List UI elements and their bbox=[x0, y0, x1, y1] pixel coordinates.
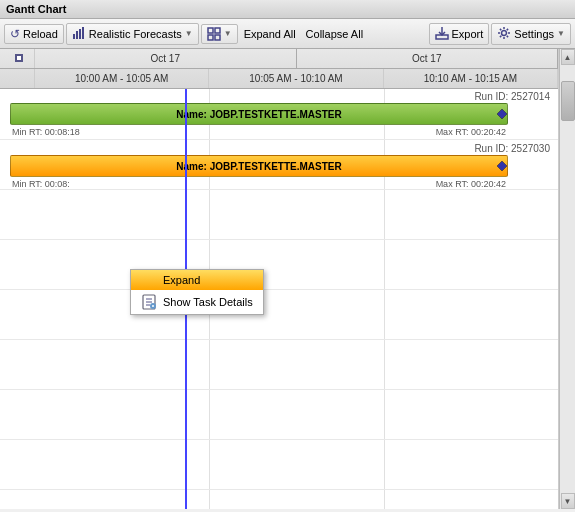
svg-line-18 bbox=[500, 35, 501, 36]
time-col1: 10:00 AM - 10:05 AM bbox=[75, 73, 168, 84]
task-details-icon bbox=[141, 294, 157, 310]
bar-diamond-2 bbox=[496, 160, 508, 172]
svg-rect-4 bbox=[208, 28, 213, 33]
svg-line-15 bbox=[500, 28, 501, 29]
gantt-bar-1[interactable]: Name: JOBP.TESTKETTE.MASTER bbox=[10, 103, 508, 125]
title-bar: Gantt Chart bbox=[0, 0, 575, 19]
expand-icon bbox=[207, 27, 221, 41]
settings-button[interactable]: Settings ▼ bbox=[491, 23, 571, 45]
forecast-dropdown-icon: ▼ bbox=[185, 29, 193, 38]
bar-label-2: Name: JOBP.TESTKETTE.MASTER bbox=[172, 161, 345, 172]
vertical-scrollbar[interactable]: ▲ ▼ bbox=[559, 49, 575, 509]
time-col2: 10:05 AM - 10:10 AM bbox=[249, 73, 342, 84]
context-menu-task-details[interactable]: Show Task Details bbox=[131, 290, 263, 314]
time-header: Oct 17 Oct 17 10:00 AM - 10:05 AM 10:05 … bbox=[0, 49, 558, 89]
svg-rect-1 bbox=[76, 31, 78, 39]
settings-label: Settings bbox=[514, 28, 554, 40]
expand-all-label: Expand All bbox=[244, 28, 296, 40]
run-id-1: Run ID: 2527014 bbox=[474, 91, 550, 102]
svg-rect-3 bbox=[82, 27, 84, 39]
svg-rect-5 bbox=[215, 28, 220, 33]
bar-label-1: Name: JOBP.TESTKETTE.MASTER bbox=[172, 109, 345, 120]
scroll-up-button[interactable]: ▲ bbox=[561, 49, 575, 65]
table-row: Run ID: 2527014 Name: JOBP.TESTKETTE.MAS… bbox=[0, 89, 558, 139]
table-row: Run ID: 2527030 Name: JOBP.TESTKETTE.MAS… bbox=[0, 141, 558, 191]
expand-menu-label: Expand bbox=[163, 274, 200, 286]
run-id-2: Run ID: 2527030 bbox=[474, 143, 550, 154]
export-button[interactable]: Export bbox=[429, 23, 490, 45]
svg-line-16 bbox=[507, 35, 508, 36]
reload-button[interactable]: ↺ Reload bbox=[4, 24, 64, 44]
gantt-main: Oct 17 Oct 17 10:00 AM - 10:05 AM 10:05 … bbox=[0, 49, 559, 509]
reload-icon: ↺ bbox=[10, 27, 20, 41]
svg-line-17 bbox=[507, 28, 508, 29]
forecast-button[interactable]: Realistic Forecasts ▼ bbox=[66, 23, 199, 45]
settings-dropdown-icon: ▼ bbox=[557, 29, 565, 38]
forecast-icon bbox=[72, 26, 86, 42]
bar-min-rt-2: Min RT: 00:08: bbox=[12, 179, 70, 205]
task-details-label: Show Task Details bbox=[163, 296, 253, 308]
collapse-all-button[interactable]: Collapse All bbox=[302, 26, 367, 42]
time-col3: 10:10 AM - 10:15 AM bbox=[424, 73, 517, 84]
reload-label: Reload bbox=[23, 28, 58, 40]
toolbar: ↺ Reload Realistic Forecasts ▼ ▼ Expand … bbox=[0, 19, 575, 49]
expand-icon-btn[interactable]: ▼ bbox=[201, 24, 238, 44]
export-icon bbox=[435, 26, 449, 42]
svg-rect-6 bbox=[208, 35, 213, 40]
scroll-thumb[interactable] bbox=[561, 81, 575, 121]
forecast-label: Realistic Forecasts bbox=[89, 28, 182, 40]
bar-diamond-1 bbox=[496, 108, 508, 120]
svg-marker-19 bbox=[497, 109, 507, 119]
collapse-all-label: Collapse All bbox=[306, 28, 363, 40]
svg-rect-7 bbox=[215, 35, 220, 40]
time-top-col1: Oct 17 bbox=[151, 53, 180, 64]
window-title: Gantt Chart bbox=[6, 3, 67, 15]
expand-dropdown-icon: ▼ bbox=[224, 29, 232, 38]
svg-rect-0 bbox=[73, 34, 75, 39]
scroll-down-button[interactable]: ▼ bbox=[561, 493, 575, 509]
settings-icon bbox=[497, 26, 511, 42]
bar-max-rt-2: Max RT: 00:20:42 bbox=[436, 179, 506, 205]
context-menu: Expand Show Task De bbox=[130, 269, 264, 315]
svg-marker-20 bbox=[497, 161, 507, 171]
export-label: Export bbox=[452, 28, 484, 40]
gantt-bar-2[interactable]: Name: JOBP.TESTKETTE.MASTER bbox=[10, 155, 508, 177]
svg-rect-2 bbox=[79, 29, 81, 39]
gantt-body[interactable]: Run ID: 2527014 Name: JOBP.TESTKETTE.MAS… bbox=[0, 89, 558, 509]
context-menu-expand[interactable]: Expand bbox=[131, 270, 263, 290]
gantt-container: Oct 17 Oct 17 10:00 AM - 10:05 AM 10:05 … bbox=[0, 49, 575, 509]
expand-all-button[interactable]: Expand All bbox=[240, 26, 300, 42]
svg-point-10 bbox=[502, 30, 507, 35]
time-top-col2: Oct 17 bbox=[412, 53, 441, 64]
